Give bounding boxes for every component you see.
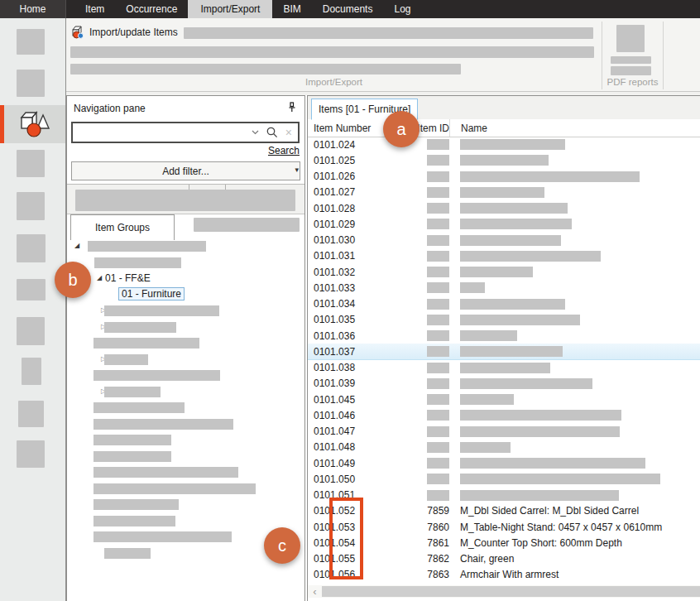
chevron-down-icon[interactable]: [252, 130, 259, 135]
tree-row[interactable]: ◢01 - FF&E: [67, 271, 304, 287]
sidebar-module-button-placeholder[interactable]: [18, 401, 44, 427]
tree-row[interactable]: 01 - Furniture: [67, 287, 304, 304]
search-link[interactable]: Search: [268, 145, 300, 156]
tab-placeholder[interactable]: [194, 218, 300, 232]
tree-node-placeholder[interactable]: [93, 499, 179, 510]
tree-node-selected[interactable]: 01 - Furniture: [118, 287, 185, 300]
tree-node-placeholder[interactable]: [104, 387, 161, 397]
tree-node-placeholder[interactable]: [93, 451, 171, 462]
tree-node-placeholder[interactable]: [93, 467, 238, 478]
tree-node-placeholder[interactable]: [93, 531, 232, 542]
table-row[interactable]: 0101.032: [308, 264, 700, 280]
table-row[interactable]: 0101.031: [308, 248, 700, 264]
tree-node-placeholder[interactable]: [104, 354, 148, 365]
scrollbar-thumb[interactable]: [322, 586, 700, 597]
tree-row[interactable]: ▷: [67, 320, 304, 336]
table-row[interactable]: 0101.026: [308, 169, 700, 185]
add-filter-button[interactable]: Add filter...: [71, 161, 300, 180]
table-row[interactable]: 0101.029: [308, 216, 700, 232]
tree-node-placeholder[interactable]: [104, 322, 176, 333]
menu-tab-log[interactable]: Log: [383, 0, 421, 18]
pdf-report-item-placeholder[interactable]: [611, 56, 651, 64]
table-row[interactable]: 0101.033: [308, 280, 700, 296]
sidebar-module-button-placeholder[interactable]: [17, 70, 45, 97]
table-row[interactable]: 0101.034: [308, 296, 700, 312]
table-row[interactable]: 0101.025: [308, 152, 700, 168]
tree-row[interactable]: [67, 255, 304, 272]
table-row[interactable]: 0101.045: [308, 392, 700, 407]
pdf-report-button-placeholder[interactable]: [616, 25, 645, 52]
table-row[interactable]: 0101.047: [308, 424, 700, 440]
sidebar-module-button-placeholder[interactable]: [17, 29, 45, 55]
tree-row[interactable]: ▷: [67, 384, 304, 401]
table-row[interactable]: 0101.028: [308, 200, 700, 216]
tree-node-placeholder[interactable]: [93, 435, 171, 445]
menu-tab-occurrence[interactable]: Occurrence: [115, 0, 188, 18]
tree-node-placeholder[interactable]: [93, 338, 199, 349]
tree-expanded-caret-icon[interactable]: ◢: [74, 243, 79, 249]
tree-row[interactable]: [67, 449, 304, 465]
sidebar-item-items-selected[interactable]: [0, 105, 65, 143]
menu-tab-import-export[interactable]: Import/Export: [188, 0, 272, 18]
sidebar-module-button-placeholder[interactable]: [17, 150, 45, 177]
tree-node-placeholder[interactable]: [93, 370, 220, 381]
import-update-items-button[interactable]: Import/update Items: [71, 25, 178, 39]
table-row[interactable]: 0101.050: [308, 471, 700, 487]
tree-row[interactable]: ▷: [67, 303, 304, 320]
sidebar-module-button-placeholder[interactable]: [22, 358, 41, 385]
table-row[interactable]: 0101.036: [308, 328, 700, 344]
table-row[interactable]: 0101.0567863Armchair With armrest: [308, 567, 700, 583]
menu-tab-home[interactable]: Home: [0, 0, 66, 18]
tree-row[interactable]: [67, 335, 304, 352]
search-input[interactable]: ×: [71, 122, 300, 143]
table-row[interactable]: 0101.0527859M_Dbl Sided Carrel: M_Dbl Si…: [308, 503, 700, 519]
tree-row[interactable]: [67, 368, 304, 384]
tab-item-groups[interactable]: Item Groups: [70, 214, 175, 240]
menu-tab-bim[interactable]: BIM: [272, 0, 311, 18]
tree-node-placeholder[interactable]: [93, 516, 175, 526]
clear-search-icon[interactable]: ×: [285, 127, 292, 138]
tree-node-placeholder[interactable]: [93, 402, 185, 413]
table-row[interactable]: 0101.035: [308, 312, 700, 328]
tree-row[interactable]: ▷: [67, 352, 304, 368]
sidebar-module-button-placeholder[interactable]: [17, 192, 45, 220]
table-row[interactable]: 0101.037: [308, 344, 700, 359]
sidebar-module-button-placeholder[interactable]: [17, 440, 45, 468]
table-row[interactable]: 0101.049: [308, 455, 700, 471]
table-row[interactable]: 0101.0557862Chair, green: [308, 551, 700, 567]
table-row[interactable]: 0101.038: [308, 360, 700, 376]
tree-row[interactable]: [67, 432, 304, 449]
sidebar-module-button-placeholder[interactable]: [17, 279, 46, 300]
tree-row[interactable]: [67, 513, 304, 530]
table-row[interactable]: 0101.030: [308, 233, 700, 248]
table-row[interactable]: 0101.024: [308, 137, 700, 152]
tree-row[interactable]: [67, 481, 304, 498]
tree-expanded-caret-icon[interactable]: ◢: [97, 275, 102, 281]
pin-icon[interactable]: [287, 102, 297, 113]
table-row[interactable]: 0101.0547861M_Counter Top Short: 600mm D…: [308, 535, 700, 551]
tree-node-placeholder[interactable]: [104, 305, 219, 316]
table-row[interactable]: 0101.0537860M_Table-Night Stand: 0457 x …: [308, 519, 700, 535]
table-row[interactable]: 0101.039: [308, 376, 700, 392]
horizontal-scrollbar[interactable]: ‹: [308, 585, 700, 598]
menu-tab-item[interactable]: Item: [74, 0, 115, 18]
tree-row[interactable]: [67, 400, 304, 416]
tree-node-placeholder[interactable]: [104, 548, 151, 559]
tree-node-placeholder[interactable]: [94, 257, 181, 268]
tree-node-placeholder[interactable]: [88, 241, 206, 252]
search-icon[interactable]: [266, 127, 278, 138]
tree-row[interactable]: [67, 416, 304, 433]
sidebar-module-button-placeholder[interactable]: [17, 317, 45, 345]
table-row[interactable]: 0101.027: [308, 185, 700, 200]
scroll-left-icon[interactable]: ‹: [308, 586, 322, 597]
pdf-report-item-placeholder[interactable]: [611, 66, 651, 75]
tree-row[interactable]: [67, 497, 304, 513]
menu-tab-documents[interactable]: Documents: [312, 0, 384, 18]
table-row[interactable]: 0101.046: [308, 407, 700, 423]
tree-node-label[interactable]: 01 - FF&E: [105, 272, 151, 284]
column-header-name[interactable]: Name: [461, 123, 487, 134]
tree-row[interactable]: ◢: [67, 238, 304, 255]
table-row[interactable]: 0101.048: [308, 440, 700, 455]
table-row[interactable]: 0101.051: [308, 488, 700, 503]
tree-node-placeholder[interactable]: [93, 483, 256, 494]
